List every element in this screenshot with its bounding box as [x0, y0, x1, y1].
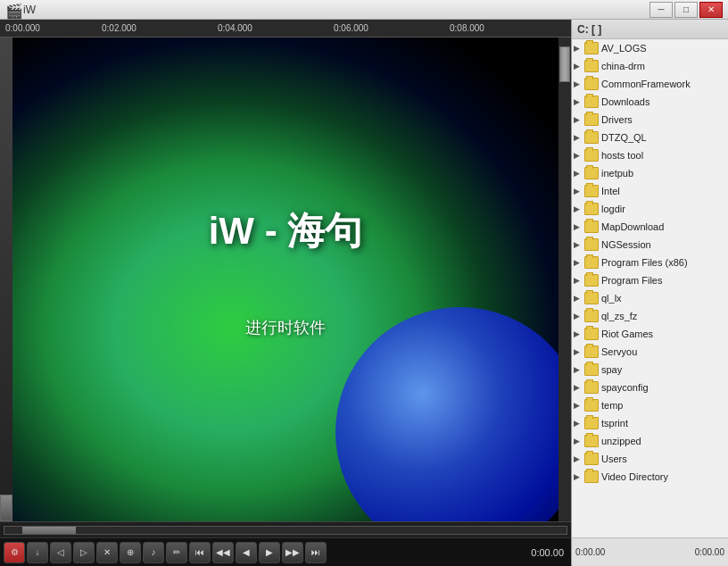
list-item[interactable]: ▶ Intel: [572, 182, 728, 200]
ruler-time-1: 0:02.000: [98, 23, 136, 33]
list-item[interactable]: ▶ Video Directory: [572, 468, 728, 486]
file-name-label: Users: [601, 454, 627, 464]
list-item[interactable]: ▶ Users: [572, 450, 728, 468]
settings2-button[interactable]: ⊕: [120, 542, 141, 563]
expand-arrow-icon: ▶: [574, 204, 584, 213]
ruler-time-4: 0:08.000: [446, 23, 484, 33]
folder-icon: [584, 149, 599, 162]
file-name-label: hosts tool: [601, 150, 643, 161]
download-button[interactable]: ↓: [27, 542, 48, 563]
step-forward-button[interactable]: ⏭: [305, 542, 327, 563]
file-name-label: Program Files (x86): [601, 257, 688, 268]
window-controls[interactable]: ─ □ ✕: [649, 2, 723, 18]
list-item[interactable]: ▶ ql_zs_fz: [572, 307, 728, 325]
scrollbar-track[interactable]: [558, 37, 571, 521]
next-frame-button[interactable]: ▷: [73, 542, 95, 563]
list-item[interactable]: ▶ china-drm: [572, 57, 728, 75]
list-item[interactable]: ▶ Servyou: [572, 343, 728, 361]
file-name-label: spayconfig: [601, 382, 649, 393]
close-button[interactable]: ✕: [699, 2, 723, 18]
left-strip: [0, 37, 12, 521]
list-item[interactable]: ▶ tsprint: [572, 414, 728, 432]
left-strip-top: [0, 37, 12, 495]
file-name-label: Intel: [601, 186, 620, 196]
file-name-label: NGSession: [601, 239, 651, 250]
expand-arrow-icon: ▶: [574, 454, 584, 463]
expand-arrow-icon: ▶: [574, 347, 584, 356]
list-item[interactable]: ▶ unzipped: [572, 432, 728, 450]
folder-icon: [584, 185, 599, 197]
expand-arrow-icon: ▶: [574, 294, 584, 303]
file-name-label: logdir: [601, 204, 625, 214]
video-container: iW - 海句 进行时软件: [0, 37, 571, 521]
maximize-button[interactable]: □: [674, 2, 698, 18]
audio-button[interactable]: ♪: [143, 542, 164, 563]
app-title: iW: [23, 4, 649, 16]
stop-button[interactable]: ✕: [96, 542, 118, 563]
prev-frame-button[interactable]: ◁: [50, 542, 71, 563]
controls-bar: ⚙ ↓ ◁ ▷ ✕ ⊕ ♪ ✏ ⏮ ◀◀ ◀ ▶ ▶▶ ⏭ 0:00.00: [0, 537, 571, 566]
expand-arrow-icon: ▶: [574, 329, 584, 338]
expand-arrow-icon: ▶: [574, 401, 584, 410]
expand-arrow-icon: ▶: [574, 133, 584, 142]
list-item[interactable]: ▶ ql_lx: [572, 289, 728, 307]
title-bar: 🎬 iW ─ □ ✕: [0, 0, 728, 20]
folder-icon: [584, 274, 599, 287]
list-item[interactable]: ▶ spayconfig: [572, 379, 728, 396]
file-name-label: Servyou: [601, 346, 637, 357]
file-name-label: tsprint: [601, 418, 628, 429]
list-item[interactable]: ▶ logdir: [572, 200, 728, 218]
gear-button[interactable]: ⚙: [4, 542, 25, 563]
folder-icon: [584, 310, 599, 322]
play-button[interactable]: ▶: [259, 542, 280, 563]
video-frame[interactable]: iW - 海句 进行时软件: [12, 37, 558, 521]
scrollbar-thumb[interactable]: [559, 46, 570, 82]
pencil-button[interactable]: ✏: [166, 542, 187, 563]
folder-icon: [584, 381, 599, 394]
play-back-button[interactable]: ◀: [236, 542, 257, 563]
expand-arrow-icon: ▶: [574, 187, 584, 196]
video-main-text: iW - 海句: [209, 206, 363, 256]
video-background: [12, 37, 558, 521]
file-name-label: inetpub: [601, 168, 633, 179]
folder-icon: [584, 167, 599, 179]
folder-icon: [584, 328, 599, 340]
app-icon: 🎬: [5, 3, 20, 17]
list-item[interactable]: ▶ temp: [572, 396, 728, 414]
file-name-label: Riot Games: [601, 329, 653, 339]
rewind-button[interactable]: ◀◀: [212, 542, 234, 563]
left-strip-thumb[interactable]: [0, 495, 12, 521]
fast-forward-button[interactable]: ▶▶: [282, 542, 303, 563]
list-item[interactable]: ▶ inetpub: [572, 164, 728, 182]
timeline-thumb[interactable]: [22, 527, 76, 534]
folder-icon: [584, 78, 599, 90]
expand-arrow-icon: ▶: [574, 79, 584, 88]
list-item[interactable]: ▶ Downloads: [572, 93, 728, 111]
list-item[interactable]: ▶ MapDownload: [572, 218, 728, 236]
video-sub-text: 进行时软件: [245, 317, 326, 338]
list-item[interactable]: ▶ Program Files (x86): [572, 254, 728, 271]
timeline-scroll-horizontal[interactable]: [4, 526, 567, 535]
list-item[interactable]: ▶ NGSession: [572, 236, 728, 254]
list-item[interactable]: ▶ DTZQ_QL: [572, 129, 728, 146]
file-browser: C: [ ] ▶ AV_LOGS ▶ china-drm ▶ CommonFra…: [571, 20, 728, 566]
list-item[interactable]: ▶ Program Files: [572, 271, 728, 289]
file-name-label: AV_LOGS: [601, 43, 647, 54]
list-item[interactable]: ▶ Riot Games: [572, 325, 728, 343]
list-item[interactable]: ▶ hosts tool: [572, 146, 728, 164]
list-item[interactable]: ▶ spay: [572, 361, 728, 379]
video-scrollbar[interactable]: [558, 37, 571, 521]
minimize-button[interactable]: ─: [649, 2, 673, 18]
ruler-time-0: 0:00.000: [2, 23, 40, 33]
file-name-label: Video Directory: [601, 471, 668, 482]
folder-icon: [584, 256, 599, 269]
playback-time: 0:00.00: [531, 547, 567, 558]
folder-icon: [584, 292, 599, 304]
list-item[interactable]: ▶ AV_LOGS: [572, 39, 728, 57]
list-item[interactable]: ▶ CommonFramework: [572, 75, 728, 93]
list-item[interactable]: ▶ Drivers: [572, 111, 728, 129]
step-back-button[interactable]: ⏮: [189, 542, 211, 563]
file-list[interactable]: ▶ AV_LOGS ▶ china-drm ▶ CommonFramework …: [572, 39, 728, 537]
expand-arrow-icon: ▶: [574, 383, 584, 392]
file-name-label: spay: [601, 364, 622, 375]
